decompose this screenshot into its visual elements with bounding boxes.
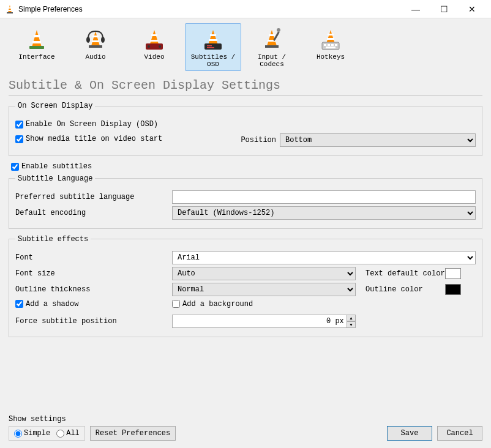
spin-down-button[interactable]: ▼ xyxy=(347,321,356,328)
svg-point-12 xyxy=(101,37,105,43)
svg-rect-7 xyxy=(29,46,44,49)
svg-rect-1 xyxy=(9,7,11,9)
show-settings-radios: Simple All xyxy=(9,426,85,441)
svg-rect-33 xyxy=(328,34,334,35)
radio-simple-label: Simple xyxy=(24,429,50,438)
svg-marker-0 xyxy=(8,5,12,13)
radio-simple-input[interactable] xyxy=(14,430,22,438)
outline-color-swatch[interactable] xyxy=(445,284,461,295)
shadow-checkbox[interactable]: Add a shadow xyxy=(15,300,78,308)
background-checkbox[interactable]: Add a background xyxy=(172,300,253,308)
svg-rect-13 xyxy=(89,45,102,48)
enable-subtitles-label: Enable subtitles xyxy=(21,162,92,171)
vlc-app-icon xyxy=(5,4,15,14)
category-tabs: Interface Audio Video Subtitles / OSD In… xyxy=(9,23,482,71)
svg-marker-4 xyxy=(32,30,42,47)
tab-video[interactable]: Video xyxy=(126,23,182,71)
text-color-label: Text default color xyxy=(365,269,445,278)
footer: Show settings Simple All Reset Preferenc… xyxy=(9,415,482,441)
tab-audio[interactable]: Audio xyxy=(67,23,124,71)
tab-hotkeys[interactable]: Hotkeys xyxy=(302,23,359,71)
tab-label: Video xyxy=(128,53,181,61)
subtitle-cone-icon xyxy=(187,28,239,52)
text-color-swatch[interactable] xyxy=(445,268,461,279)
svg-marker-32 xyxy=(326,30,335,43)
svg-rect-2 xyxy=(9,10,12,11)
font-size-label: Font size xyxy=(15,269,172,278)
svg-rect-16 xyxy=(150,40,159,42)
background-label: Add a background xyxy=(182,300,253,308)
font-label: Font xyxy=(15,253,172,262)
tab-label: Interface xyxy=(10,53,63,61)
svg-point-18 xyxy=(148,45,150,48)
subtitle-effects-legend: Subtitle effects xyxy=(15,235,91,244)
reset-preferences-button[interactable]: Reset Preferences xyxy=(90,426,176,441)
window-title: Simple Preferences xyxy=(18,5,402,13)
svg-rect-21 xyxy=(210,34,216,36)
svg-rect-10 xyxy=(92,40,99,42)
osd-fieldset: On Screen Display Enable On Screen Displ… xyxy=(9,102,482,156)
svg-rect-3 xyxy=(7,12,13,13)
radio-all[interactable]: All xyxy=(56,429,80,438)
svg-rect-40 xyxy=(326,47,335,48)
cancel-button[interactable]: Cancel xyxy=(437,426,482,441)
position-select[interactable]: Bottom xyxy=(280,133,476,147)
minimize-button[interactable]: — xyxy=(402,0,430,18)
svg-point-11 xyxy=(86,37,90,43)
shadow-input[interactable] xyxy=(15,300,23,308)
tab-input-codecs[interactable]: Input / Codecs xyxy=(244,23,300,71)
shadow-label: Add a shadow xyxy=(26,300,78,308)
enable-osd-input[interactable] xyxy=(15,121,23,129)
tab-subtitles[interactable]: Subtitles / OSD xyxy=(185,23,241,71)
spin-up-button[interactable]: ▲ xyxy=(347,315,356,321)
tab-label: Audio xyxy=(69,53,122,61)
background-input[interactable] xyxy=(172,300,180,308)
radio-simple[interactable]: Simple xyxy=(14,429,50,438)
svg-rect-9 xyxy=(92,35,99,37)
svg-rect-34 xyxy=(327,38,334,40)
svg-rect-37 xyxy=(328,44,330,46)
radio-all-label: All xyxy=(66,429,80,438)
svg-rect-38 xyxy=(331,44,334,46)
maximize-button[interactable]: ☐ xyxy=(430,0,458,18)
show-title-input[interactable] xyxy=(15,135,23,143)
show-title-label: Show media title on video start xyxy=(26,135,162,143)
tools-cone-icon xyxy=(246,28,298,52)
subtitle-language-legend: Subtitle Language xyxy=(15,174,95,183)
outline-thickness-label: Outline thickness xyxy=(15,285,172,294)
svg-rect-24 xyxy=(207,45,212,47)
font-size-select[interactable]: Auto xyxy=(172,267,356,280)
radio-all-input[interactable] xyxy=(56,430,64,438)
outline-color-label: Outline color xyxy=(365,285,445,294)
svg-rect-22 xyxy=(209,39,217,41)
show-settings-label: Show settings xyxy=(9,415,85,424)
film-cone-icon xyxy=(128,28,181,52)
svg-rect-39 xyxy=(335,44,337,46)
title-separator xyxy=(9,95,482,95)
pref-lang-label: Preferred subtitle language xyxy=(15,193,172,201)
enable-osd-label: Enable On Screen Display (OSD) xyxy=(26,120,158,129)
svg-marker-8 xyxy=(91,31,100,46)
outline-thickness-select[interactable]: Normal xyxy=(172,283,356,296)
font-select[interactable]: Arial xyxy=(172,251,476,264)
enable-osd-checkbox[interactable]: Enable On Screen Display (OSD) xyxy=(15,120,158,129)
subtitle-language-fieldset: Subtitle Language Preferred subtitle lan… xyxy=(9,174,482,229)
show-title-checkbox[interactable]: Show media title on video start xyxy=(15,135,162,143)
save-button[interactable]: Save xyxy=(387,426,432,441)
force-pos-input[interactable] xyxy=(172,315,347,328)
svg-rect-29 xyxy=(265,45,279,48)
svg-rect-27 xyxy=(269,34,275,36)
tab-interface[interactable]: Interface xyxy=(9,23,65,71)
force-pos-spinner[interactable]: ▲ ▼ xyxy=(172,315,356,328)
subtitle-effects-fieldset: Subtitle effects Font Arial Font size Au… xyxy=(9,235,482,337)
keyboard-cone-icon xyxy=(304,28,357,52)
cone-icon xyxy=(10,28,63,52)
enable-subtitles-input[interactable] xyxy=(11,163,19,171)
pref-lang-input[interactable] xyxy=(172,190,476,204)
enable-subtitles-checkbox[interactable]: Enable subtitles xyxy=(11,162,92,171)
encoding-select[interactable]: Default (Windows-1252) xyxy=(172,206,476,220)
tab-label: Input / Codecs xyxy=(246,53,298,68)
svg-rect-25 xyxy=(207,47,214,48)
close-button[interactable]: ✕ xyxy=(458,0,486,18)
svg-point-19 xyxy=(159,45,161,48)
